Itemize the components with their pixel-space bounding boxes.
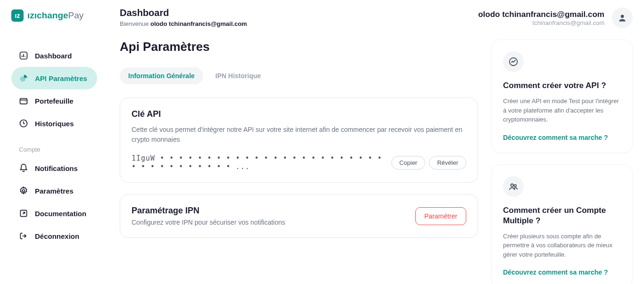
header-user: olodo tchinanfrancis@gmail.com tchinanfr… [478, 10, 604, 26]
parametrer-button[interactable]: Paramétrer [415, 207, 466, 225]
sidebar-item-historiques[interactable]: Historiques [11, 112, 97, 135]
wallet-icon [19, 96, 28, 105]
svg-point-9 [514, 184, 516, 187]
svg-point-4 [23, 190, 25, 192]
ipn-desc: Configurez votre IPN pour sécuriser vos … [132, 219, 285, 226]
sidebar: ız ızıchangePay Dashboard API Paramètres… [0, 0, 108, 284]
api-key-row: 1IguW • • • • • • • • • • • • • • • • • … [132, 154, 466, 171]
logo[interactable]: ız ızıchangePay [11, 9, 108, 22]
svg-point-8 [511, 184, 514, 187]
help-title: Comment créer votre API ? [503, 81, 621, 91]
users-icon [503, 176, 524, 197]
side-panel: Comment créer votre API ? Créer une API … [491, 40, 633, 284]
sidebar-item-documentation[interactable]: Documentation [11, 202, 97, 225]
header-right: olodo tchinanfrancis@gmail.com tchinanfr… [478, 8, 633, 28]
api-key-desc: Cette clé vous permet d'intégrer notre A… [132, 125, 466, 145]
tab-ipn-historique[interactable]: IPN Historique [207, 67, 269, 84]
sidebar-item-label: API Paramètres [35, 74, 87, 82]
gear-icon [19, 186, 28, 195]
clock-icon [19, 119, 28, 128]
api-key-value: 1IguW • • • • • • • • • • • • • • • • • … [132, 154, 386, 171]
sidebar-item-api-parametres[interactable]: API Paramètres [11, 67, 97, 89]
help-desc: Créer plusieurs sous compte afin de perm… [503, 232, 621, 260]
sidebar-item-label: Notifications [35, 164, 78, 172]
api-key-card: Clé API Cette clé vous permet d'intégrer… [120, 97, 478, 183]
content: Api Paramètres Information Générale IPN … [120, 40, 633, 284]
api-key-actions: Copier Révéler [391, 156, 466, 170]
help-title: Comment créer un Compte Multiple ? [503, 205, 621, 226]
sidebar-item-deconnexion[interactable]: Déconnexion [11, 225, 97, 247]
tab-information-generale[interactable]: Information Générale [120, 67, 203, 84]
sidebar-item-label: Historiques [35, 120, 74, 128]
api-key-title: Clé API [132, 109, 466, 119]
sidebar-item-notifications[interactable]: Notifications [11, 157, 97, 179]
pie-chart-icon [19, 73, 28, 83]
sidebar-item-label: Déconnexion [35, 232, 79, 240]
sidebar-item-label: Documentation [35, 210, 86, 218]
help-card-multiple-account: Comment créer un Compte Multiple ? Créer… [491, 164, 633, 284]
help-desc: Créer une API en mode Test pour l'intégr… [503, 97, 621, 124]
ipn-card: Paramétrage IPN Configurez votre IPN pou… [120, 194, 478, 238]
logout-icon [19, 231, 28, 241]
chart-bar-icon [19, 51, 28, 60]
tabs: Information Générale IPN Historique [120, 67, 478, 84]
header: Dashboard Bienvenue olodo tchinanfrancis… [120, 8, 633, 28]
header-title: Dashboard [120, 8, 247, 18]
help-link[interactable]: Découvrez comment sa marche ? [503, 268, 621, 276]
reveal-button[interactable]: Révéler [429, 156, 466, 170]
sidebar-item-label: Paramètres [35, 187, 74, 195]
ipn-left: Paramétrage IPN Configurez votre IPN pou… [132, 206, 285, 226]
user-email: tchinanfrancis@gmail.com [478, 19, 604, 26]
analytics-icon [503, 51, 524, 72]
sidebar-item-label: Portefeuille [35, 97, 74, 105]
logo-text: ızıchangePay [27, 10, 83, 21]
main-content: Dashboard Bienvenue olodo tchinanfrancis… [108, 0, 644, 284]
copy-button[interactable]: Copier [391, 156, 425, 170]
help-link[interactable]: Découvrez comment sa marche ? [503, 134, 621, 141]
svg-rect-2 [20, 98, 27, 104]
ipn-title: Paramétrage IPN [132, 206, 285, 216]
help-card-api: Comment créer votre API ? Créer une API … [491, 40, 633, 153]
sidebar-item-parametres[interactable]: Paramètres [11, 179, 97, 202]
sidebar-item-dashboard[interactable]: Dashboard [11, 44, 97, 67]
sidebar-item-portefeuille[interactable]: Portefeuille [11, 89, 97, 112]
logo-icon: ız [11, 9, 24, 22]
sidebar-item-label: Dashboard [35, 52, 72, 60]
header-welcome: Bienvenue olodo tchinanfrancis@gmail.com [120, 20, 247, 27]
svg-point-6 [621, 15, 624, 18]
external-link-icon [19, 209, 28, 218]
user-icon [618, 13, 627, 23]
bell-icon [19, 163, 28, 173]
header-left: Dashboard Bienvenue olodo tchinanfrancis… [120, 8, 247, 27]
user-name: olodo tchinanfrancis@gmail.com [478, 10, 604, 19]
sidebar-section-account: Compte [11, 135, 108, 157]
content-main: Api Paramètres Information Générale IPN … [120, 40, 478, 284]
page-title: Api Paramètres [120, 40, 478, 54]
avatar[interactable] [612, 8, 633, 28]
